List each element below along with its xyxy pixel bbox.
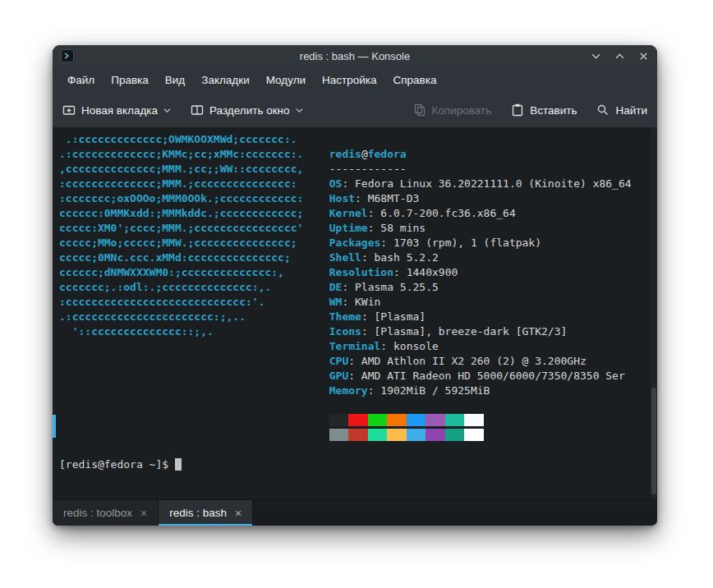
terminal-row: [redis@fedora ~]$ <box>59 457 632 472</box>
tab-label: redis : bash <box>169 507 227 519</box>
neofetch-info-label: GPU <box>329 370 348 382</box>
titlebar[interactable]: redis : bash — Konsole <box>53 45 657 67</box>
tab-close-icon[interactable]: × <box>140 508 147 519</box>
neofetch-ascii-art: cccccc:0MMKxdd:;MMMkddc.;cccccccccccc; <box>59 207 303 219</box>
neofetch-info-label: WM <box>329 296 343 308</box>
neofetch-ascii-art: :cccccccccccccc;MMM.;ccccccccccccccc: <box>59 177 297 190</box>
neofetch-ascii-art: .:ccccccccccccc;OWMKOOXMWd;ccccccc:. <box>59 133 297 145</box>
neofetch-info-value: : AMD Athlon II X2 260 (2) @ 3.200GHz <box>348 355 586 367</box>
terminal-cursor <box>175 458 182 471</box>
menu-item-3[interactable]: Закладки <box>193 70 257 90</box>
neofetch-ascii-art: ,cccccccccccccc;MMM.;cc;;WW::cccccccc, <box>59 163 303 175</box>
neofetch-info-value: : KWin <box>342 296 380 308</box>
neofetch-ascii-art: cccccc;dNMWXXXWM0:;cccccccccccccc:, <box>59 266 284 278</box>
split-window-icon <box>191 103 204 117</box>
toolbar-left-group: Новая вкладка Разделить окно <box>62 103 303 117</box>
palette-swatch <box>464 414 483 426</box>
neofetch-info-value: : AMD ATI Radeon HD 5000/6000/7350/8350 … <box>348 370 625 382</box>
konsole-app-icon <box>61 49 74 62</box>
new-tab-label: Новая вкладка <box>81 104 158 117</box>
new-tab-button[interactable]: Новая вкладка <box>62 103 171 117</box>
terminal-row: .:ccccccccccccc;OWMKOOXMWd;ccccccc:. <box>59 132 632 147</box>
toolbar-right-group: Копировать Вставить Найти <box>413 103 647 117</box>
tab-bar: redis : toolbox×redis : bash× <box>53 499 657 526</box>
neofetch-info-value: : 1703 (rpm), 1 (flatpak) <box>380 237 541 249</box>
neofetch-info-label: Icons <box>329 325 361 338</box>
scrollbar-handle[interactable] <box>651 388 656 494</box>
terminal-row <box>59 443 632 457</box>
menu-item-6[interactable]: Справка <box>385 70 445 90</box>
close-button[interactable] <box>637 50 649 62</box>
minimize-button[interactable] <box>590 50 601 62</box>
menu-item-2[interactable]: Вид <box>157 70 193 90</box>
palette-swatch <box>426 429 444 441</box>
terminal-row: .:cccccccccccccccccccccc:;,.. Theme: [Pl… <box>59 310 632 324</box>
tab-redis-bash[interactable]: redis : bash× <box>159 500 253 526</box>
neofetch-info-value: : 1902MiB / 5925MiB <box>368 384 490 397</box>
neofetch-info-label: Kernel <box>329 207 368 219</box>
neofetch-ascii-art: ccccc:XM0';cccc;MMM.;cccccccccccccccc' <box>59 222 303 234</box>
toolbar: Новая вкладка Разделить окно <box>53 93 657 127</box>
palette-swatch <box>387 414 406 426</box>
split-window-button[interactable]: Разделить окно <box>191 103 303 117</box>
copy-button[interactable]: Копировать <box>413 103 492 117</box>
find-label: Найти <box>615 104 647 117</box>
neofetch-info-label: Uptime <box>329 222 368 234</box>
neofetch-info-value: : konsole <box>380 340 438 352</box>
neofetch-info-label: Resolution <box>329 266 393 278</box>
neofetch-info-label: Memory <box>329 384 368 397</box>
terminal-row: :ccccccc;oxOOOo;MMM0OOk.;cccccccccccc: H… <box>59 191 632 206</box>
terminal-row: :cccccccccccccccccccccccccccc:'. WM: KWi… <box>59 295 632 310</box>
terminal-row: CPU: AMD Athlon II X2 260 (2) @ 3.200GHz <box>59 354 632 369</box>
neofetch-info-value: : Plasma 5.25.5 <box>342 281 438 293</box>
palette-swatch <box>426 414 444 426</box>
neofetch-info-label: CPU <box>329 355 348 367</box>
maximize-button[interactable] <box>614 50 625 62</box>
terminal-area[interactable]: .:ccccccccccccc;OWMKOOXMWd;ccccccc:..:cc… <box>53 127 657 499</box>
tab-redis-toolbox[interactable]: redis : toolbox× <box>53 500 159 526</box>
tab-close-icon[interactable]: × <box>235 508 242 519</box>
terminal-row: Terminal: konsole <box>59 339 632 354</box>
terminal-row <box>59 428 632 443</box>
terminal-output: .:ccccccccccccc;OWMKOOXMWd;ccccccc:..:cc… <box>59 132 632 472</box>
shell-prompt: [redis@fedora ~]$ <box>59 458 175 471</box>
neofetch-ascii-art: ccccccc;.:odl:.;cccccccccccccc:,. <box>59 281 271 293</box>
scroll-position-indicator <box>53 415 56 438</box>
menu-item-4[interactable]: Модули <box>258 70 314 90</box>
find-button[interactable]: Найти <box>596 103 647 117</box>
search-icon <box>596 103 610 117</box>
menu-item-5[interactable]: Настройка <box>314 70 384 90</box>
neofetch-ascii-art: '::cccccccccccccc::;,. <box>59 325 214 338</box>
neofetch-info-label: Shell <box>329 251 361 264</box>
menu-item-0[interactable]: Файл <box>59 70 103 90</box>
neofetch-ascii-art: .:ccccccccccccc;KMMc;cc;xMMc:ccccccc:. <box>59 148 303 160</box>
palette-swatch <box>445 414 464 426</box>
neofetch-info-label: OS <box>329 177 343 190</box>
neofetch-ascii-art: ccccc;0MNc.ccc.xMMd:ccccccccccccccc; <box>59 251 291 264</box>
neofetch-info-value: : Fedora Linux 36.20221111.0 (Kinoite) x… <box>342 177 631 190</box>
neofetch-info-label: Host <box>329 192 355 204</box>
paste-label: Вставить <box>530 104 577 117</box>
terminal-row: ccccc;0MNc.ccc.xMMd:ccccccccccccccc; She… <box>59 250 632 265</box>
neofetch-ascii-art: :cccccccccccccccccccccccccccc:'. <box>59 296 264 308</box>
palette-swatch <box>348 429 367 441</box>
terminal-row: cccccc:0MMKxdd:;MMMkddc.;cccccccccccc; K… <box>59 206 632 221</box>
tab-new-icon <box>62 103 76 117</box>
menu-item-1[interactable]: Правка <box>103 70 157 90</box>
neofetch-info-value: : M68MT-D3 <box>355 192 419 204</box>
paste-button[interactable]: Вставить <box>511 103 577 117</box>
copy-icon <box>413 103 426 117</box>
split-window-label: Разделить окно <box>209 104 290 117</box>
neofetch-info-value: : bash 5.2.2 <box>361 251 439 264</box>
neofetch-info-value: : 58 mins <box>368 222 426 234</box>
neofetch-info-value: : 6.0.7-200.fc36.x86_64 <box>368 207 516 219</box>
neofetch-info-label: Packages <box>329 237 381 249</box>
menubar: ФайлПравкаВидЗакладкиМодулиНастройкаСпра… <box>53 67 657 93</box>
terminal-row: GPU: AMD ATI Radeon HD 5000/6000/7350/83… <box>59 369 632 384</box>
neofetch-info-value: : [Plasma] <box>361 310 426 323</box>
palette-swatch <box>348 414 367 426</box>
neofetch-ascii-art: :ccccccc;oxOOOo;MMM0OOk.;cccccccccccc: <box>59 192 303 204</box>
terminal-row: :cccccccccccccc;MMM.;ccccccccccccccc: OS… <box>59 177 632 191</box>
terminal-row: Memory: 1902MiB / 5925MiB <box>59 384 632 398</box>
terminal-row: ccccc;MMo;ccccc;MMW.;ccccccccccccccc; Pa… <box>59 236 632 250</box>
